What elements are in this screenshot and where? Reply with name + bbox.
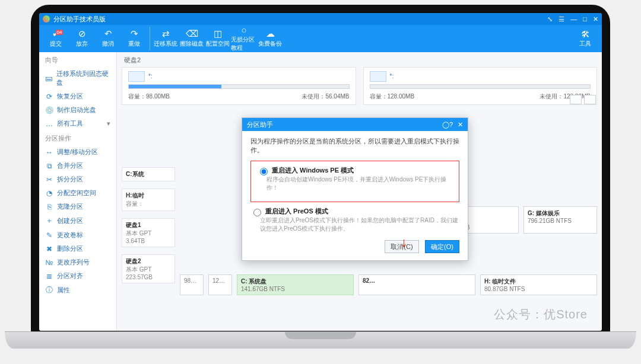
sidebar-group-header: 分区操作	[39, 130, 116, 145]
window-close-icon[interactable]: ✕	[593, 15, 598, 23]
option-winpe[interactable]: 重启进入 Windows PE 模式	[257, 167, 354, 174]
sidebar-item-icon: ✂	[45, 175, 53, 184]
sidebar-item-icon: ＋	[45, 216, 53, 226]
sidebar-item-label: 更改序列号	[57, 258, 90, 267]
sidebar-item-icon: ✖	[45, 245, 53, 253]
无损分区教程-icon: ○	[239, 25, 249, 34]
dialog-help-icon[interactable]: ◯?	[442, 121, 453, 129]
disk-summary[interactable]: 硬盘2基本 GPT223.57GB	[122, 254, 175, 283]
partition-tile[interactable]: 82…	[358, 274, 475, 295]
disk-icon	[370, 71, 386, 82]
partition-tile-small[interactable]: 98…	[180, 274, 204, 295]
撤消-icon: ↶	[103, 29, 113, 39]
toolbar-提交-button[interactable]: ✔提交04	[43, 27, 69, 50]
dialog-title: 分区助手	[247, 120, 273, 129]
迁移系统-icon: ⇄	[160, 29, 171, 39]
disk-card[interactable]: *:容量：98.00MB未使用：56.04MB	[122, 67, 356, 105]
sidebar-item-分配空闲空间[interactable]: ◔分配空闲空间	[39, 186, 116, 200]
disk-summary[interactable]: H:临时容量：	[122, 189, 175, 211]
sidebar-item-更改卷标[interactable]: ✎更改卷标	[39, 228, 116, 242]
sidebar-item-属性[interactable]: ⓘ属性	[39, 283, 116, 298]
dialog-message: 因为程序操作的分区是当前的系统分区，所以需要进入重启模式下执行操作。	[250, 137, 459, 155]
sidebar-item-迁移系统到固态硬盘[interactable]: 🖴迁移系统到固态硬盘	[39, 67, 116, 90]
sidebar-item-icon: 💿	[45, 106, 53, 114]
sidebar-item-label: 调整/移动分区	[57, 148, 98, 157]
partition-tile[interactable]: G: 媒体娱乐796.21GB NTFS	[523, 206, 597, 234]
chevron-down-icon: ▾	[107, 120, 110, 127]
view-switcher[interactable]	[570, 95, 596, 104]
usage-bar	[128, 84, 350, 89]
sidebar-item-label: 制作启动光盘	[57, 106, 96, 114]
toolbar-撤消-button[interactable]: ↶撤消	[95, 27, 121, 50]
toolbar-迁移系统-button[interactable]: ⇄迁移系统	[150, 27, 179, 50]
sidebar-item-icon: ⎘	[45, 203, 53, 211]
sidebar-item-更改序列号[interactable]: №更改序列号	[39, 256, 116, 269]
sidebar-item-所有工具[interactable]: …所有工具▾	[39, 117, 116, 130]
sidebar-item-label: 迁移系统到固态硬盘	[56, 69, 110, 87]
disk-section-header: 硬盘2	[124, 56, 597, 65]
main-toolbar: ✔提交04⊘放弃↶撤消↷重做⇄迁移系统⌫擦除磁盘◫配置空间○无损分区教程☁免费备…	[39, 25, 602, 52]
sidebar-item-label: 所有工具	[57, 119, 83, 128]
disk-summary[interactable]: 硬盘1基本 GPT3.64TB	[122, 218, 175, 247]
partition-tile-small[interactable]: 12…	[208, 274, 232, 295]
window-minimize-icon[interactable]: —	[570, 15, 577, 23]
app-logo-icon	[43, 15, 50, 23]
sidebar-item-合并分区[interactable]: ⧉合并分区	[39, 159, 116, 173]
option-winpe-radio[interactable]	[260, 168, 268, 175]
window-maximize-icon[interactable]: □	[583, 15, 587, 23]
disk-summary[interactable]: C:系统	[122, 167, 175, 181]
sidebar-item-icon: ↔	[45, 148, 53, 157]
sidebar-group-header: 向导	[39, 52, 116, 67]
option-winpe-highlight: 重启进入 Windows PE 模式 程序会自动创建Windows PE环境，并…	[250, 161, 459, 202]
ok-button[interactable]: 确定(O)	[425, 240, 459, 253]
toolbar-无损分区教程-button[interactable]: ○无损分区教程	[231, 27, 257, 50]
sidebar-item-删除分区[interactable]: ✖删除分区	[39, 242, 116, 256]
option-preos[interactable]: 重启进入 PreOS 模式	[250, 207, 328, 215]
sidebar-item-label: 分配空闲空间	[57, 189, 96, 197]
sidebar-item-创建分区[interactable]: ＋创建分区	[39, 213, 116, 228]
toolbar-擦除磁盘-button[interactable]: ⌫擦除磁盘	[179, 27, 205, 50]
tools-icon: 🛠	[580, 29, 591, 39]
window-menu-icon[interactable]: ☰	[559, 15, 564, 23]
disk-icon	[128, 71, 145, 82]
main-panel: 硬盘2 *:容量：98.00MB未使用：56.04MB*:容量：128.00MB…	[117, 52, 602, 331]
sidebar-item-制作启动光盘[interactable]: 💿制作启动光盘	[39, 103, 116, 117]
sidebar-item-icon: ⟳	[45, 92, 53, 101]
sidebar-item-拆分分区[interactable]: ✂拆分分区	[39, 173, 116, 186]
window-restore-icon[interactable]: ⤡	[547, 15, 553, 23]
partition-tile[interactable]: H: 临时文件80.87GB NTFS	[480, 274, 597, 295]
sidebar-item-label: 拆分分区	[57, 175, 83, 184]
sidebar-item-调整/移动分区[interactable]: ↔调整/移动分区	[39, 145, 116, 159]
sidebar-item-克隆分区[interactable]: ⎘克隆分区	[39, 200, 116, 213]
sidebar-item-label: 恢复分区	[57, 92, 83, 101]
免费备份-icon: ☁	[265, 29, 275, 39]
toolbar-badge: 04	[56, 30, 64, 35]
sidebar-item-label: 属性	[57, 286, 70, 295]
dialog-close-icon[interactable]: ✕	[458, 121, 463, 129]
option-preos-radio[interactable]	[253, 209, 261, 216]
sidebar-item-恢复分区[interactable]: ⟳恢复分区	[39, 90, 116, 103]
sidebar-item-icon: 🖴	[45, 74, 53, 82]
sidebar: 向导🖴迁移系统到固态硬盘⟳恢复分区💿制作启动光盘…所有工具▾分区操作↔调整/移动…	[39, 52, 117, 331]
sidebar-item-icon: ⓘ	[45, 285, 53, 295]
擦除磁盘-icon: ⌫	[186, 29, 197, 39]
配置空间-icon: ◫	[212, 29, 223, 39]
重做-icon: ↷	[129, 29, 139, 39]
sidebar-item-label: 创建分区	[57, 216, 83, 225]
sidebar-item-分区对齐[interactable]: ≣分区对齐	[39, 269, 116, 283]
sidebar-item-label: 合并分区	[57, 161, 83, 170]
toolbar-重做-button[interactable]: ↷重做	[121, 27, 147, 50]
window-title: 分区助手技术员版	[53, 15, 547, 24]
usage-bar	[370, 84, 591, 89]
toolbar-配置空间-button[interactable]: ◫配置空间	[205, 27, 231, 50]
toolbar-tools-button[interactable]: 🛠 工具	[572, 27, 598, 50]
window-titlebar: 分区助手技术员版 ⤡ ☰ — □ ✕	[39, 13, 602, 25]
sidebar-item-label: 更改卷标	[57, 231, 83, 240]
放弃-icon: ⊘	[77, 29, 87, 39]
disk-card[interactable]: *:容量：128.00MB未使用：128.00MB	[363, 67, 598, 105]
sidebar-item-icon: ⧉	[45, 162, 53, 170]
partition-tile[interactable]: C: 系统盘141.67GB NTFS	[237, 274, 354, 295]
cancel-button[interactable]: 取消(C)	[385, 240, 419, 253]
toolbar-放弃-button[interactable]: ⊘放弃	[69, 27, 95, 50]
toolbar-免费备份-button[interactable]: ☁免费备份	[257, 27, 283, 50]
